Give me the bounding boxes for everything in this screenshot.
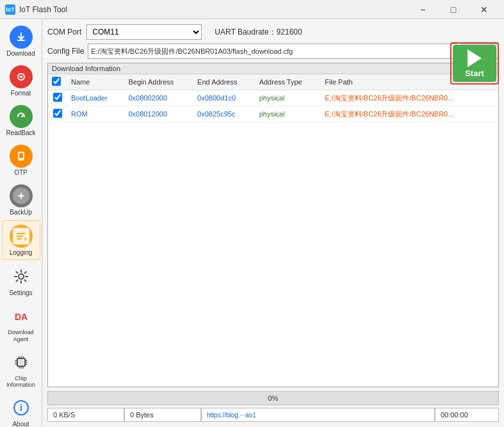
readback-icon: [10, 105, 33, 128]
status-bar: 0 KB/S 0 Bytes https://blog.∙∙∙ao1 00:00…: [47, 408, 499, 422]
sidebar-logging-label: Logging: [10, 249, 33, 257]
start-button[interactable]: Start: [453, 45, 496, 82]
close-button[interactable]: ✕: [469, 0, 499, 19]
status-speed: 0 KB/S: [47, 408, 124, 422]
status-bytes: 0 Bytes: [124, 408, 201, 422]
row-file-path: E:/淘宝资料/BC26升级固件/BC26NBR0...: [321, 106, 498, 122]
table-row: BootLoader 0x08002000 0x0800d1c0 physica…: [48, 90, 498, 106]
sidebar-item-backup[interactable]: BackUp: [2, 181, 40, 219]
logging-icon: [10, 225, 33, 248]
progress-bar: 0%: [47, 391, 499, 405]
select-all-checkbox[interactable]: [52, 77, 61, 86]
row-name: ROM: [67, 106, 124, 122]
col-begin-addr: Begin Address: [124, 74, 193, 90]
svg-point-5: [13, 148, 29, 165]
sidebar-item-otp[interactable]: OTP: [2, 141, 40, 179]
content-area: COM Port COM11 UART Baudrate：921600 Conf…: [42, 19, 504, 427]
app-title: IoT Flash Tool: [19, 5, 408, 14]
start-button-wrapper: Start: [450, 42, 499, 85]
svg-text:DA: DA: [14, 312, 27, 322]
sidebar-item-about[interactable]: i About: [2, 392, 40, 427]
download-table-body: BootLoader 0x08002000 0x0800d1c0 physica…: [48, 90, 498, 122]
svg-text:i: i: [20, 403, 22, 413]
maximize-button[interactable]: □: [439, 0, 468, 19]
sidebar-about-label: About: [12, 421, 29, 427]
com-port-row: COM Port COM11 UART Baudrate：921600: [47, 24, 499, 40]
chip-icon: [10, 351, 33, 374]
format-icon: [10, 65, 33, 88]
download-icon: [10, 26, 33, 49]
row-end-addr: 0x0825c95c: [193, 106, 256, 122]
col-name: Name: [67, 74, 124, 90]
sidebar-download-label: Download: [6, 50, 35, 58]
sidebar-chip-label: Chip Information: [3, 375, 39, 389]
sidebar-item-format[interactable]: Format: [2, 61, 40, 100]
col-addr-type: Address Type: [256, 74, 321, 90]
row-checkbox-cell: [48, 90, 67, 106]
row-checkbox-1[interactable]: [53, 109, 62, 118]
sidebar-da-label: Download Agent: [3, 329, 39, 343]
download-table: Name Begin Address End Address Address T…: [48, 74, 498, 122]
backup-icon: [10, 184, 33, 207]
sidebar-otp-label: OTP: [14, 169, 28, 177]
minimize-button[interactable]: −: [408, 0, 437, 19]
sidebar-item-da[interactable]: DA Download Agent: [2, 301, 40, 346]
about-icon: i: [10, 396, 33, 419]
sidebar: Download Format ReadBack: [0, 19, 42, 427]
progress-label: 0%: [268, 394, 279, 402]
sidebar-backup-label: BackUp: [10, 209, 32, 216]
title-bar: IoT IoT Flash Tool − □ ✕: [0, 0, 504, 19]
status-time: 00:00:00: [435, 408, 499, 422]
sidebar-format-label: Format: [11, 90, 31, 97]
da-icon: DA: [10, 305, 33, 328]
table-row: ROM 0x08012000 0x0825c95c physical E:/淘宝…: [48, 106, 498, 122]
row-name: BootLoader: [67, 90, 124, 106]
sidebar-settings-label: Settings: [9, 289, 32, 297]
status-url: https://blog.∙∙∙ao1: [201, 408, 435, 422]
row-checkbox-0[interactable]: [53, 93, 62, 102]
row-addr-type: physical: [256, 106, 321, 122]
window-controls: − □ ✕: [408, 0, 499, 19]
row-addr-type: physical: [256, 90, 321, 106]
config-file-row: Config File Open: [47, 44, 499, 59]
col-check: [48, 74, 67, 90]
app-icon: IoT: [5, 4, 15, 15]
config-file-input[interactable]: [88, 44, 457, 59]
app-body: Download Format ReadBack: [0, 19, 504, 427]
com-port-select[interactable]: COM11: [86, 24, 202, 40]
content-wrapper: Start COM Port COM11 UART Baudrate：92160…: [42, 19, 504, 427]
start-play-icon: [467, 49, 482, 67]
row-file-path: E:/淘宝资料/BC26升级固件/BC26NBR0...: [321, 90, 498, 106]
svg-point-9: [19, 274, 24, 279]
config-file-label: Config File: [47, 47, 84, 56]
table-header-row: Name Begin Address End Address Address T…: [48, 74, 498, 90]
sidebar-item-download[interactable]: Download: [2, 22, 40, 60]
baud-rate-label: UART Baudrate：921600: [215, 27, 302, 38]
download-info-title: Download Information: [48, 63, 498, 74]
sidebar-item-settings[interactable]: Settings: [2, 261, 40, 300]
sidebar-readback-label: ReadBack: [6, 129, 35, 137]
sidebar-item-readback[interactable]: ReadBack: [2, 101, 40, 140]
col-end-addr: End Address: [193, 74, 256, 90]
sidebar-item-logging[interactable]: Logging: [2, 220, 40, 260]
row-checkbox-cell: [48, 106, 67, 122]
row-begin-addr: 0x08012000: [124, 106, 193, 122]
svg-rect-12: [19, 360, 24, 365]
download-info-panel: Download Information Name Begin Address …: [47, 63, 499, 387]
com-port-label: COM Port: [47, 28, 81, 36]
sidebar-item-chip[interactable]: Chip Information: [2, 347, 40, 392]
svg-point-3: [20, 76, 22, 78]
settings-icon: [10, 265, 33, 288]
start-label: Start: [465, 68, 484, 78]
row-begin-addr: 0x08002000: [124, 90, 193, 106]
row-end-addr: 0x0800d1c0: [193, 90, 256, 106]
otp-icon: [10, 145, 33, 168]
